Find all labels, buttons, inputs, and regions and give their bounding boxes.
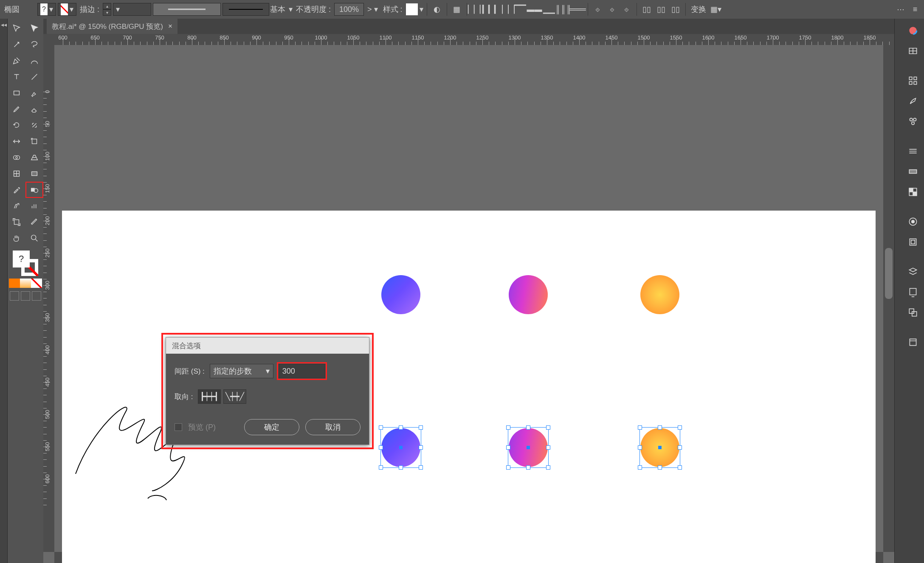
rotate-tool[interactable] [8,117,25,133]
selection-tool[interactable] [8,20,25,37]
asset-export-panel-icon[interactable] [904,284,921,301]
symbol-sprayer-tool[interactable] [8,198,25,214]
gradient-tool[interactable] [25,166,43,182]
line-tool[interactable] [25,69,43,85]
symbols-panel-icon[interactable] [904,113,921,130]
distribute-v-icon[interactable]: ═══ [572,3,584,16]
width-tool[interactable] [8,133,25,149]
svg-rect-26 [911,240,915,244]
swatch-1[interactable] [9,279,20,288]
brush-dropdown[interactable] [223,3,269,16]
zoom-tool[interactable] [25,230,43,246]
canvas[interactable]: 6006507007508008509009501000105011001150… [43,34,894,563]
color-panel-icon[interactable] [904,22,921,39]
draw-behind-icon[interactable] [21,291,30,301]
style-swatch[interactable] [406,3,418,15]
artboards-panel-icon[interactable] [904,304,921,321]
free-transform-tool[interactable] [25,133,43,149]
align-hcenter-icon[interactable]: ▎▎▎ [485,3,498,16]
horizontal-ruler[interactable]: 6006507007508008509009501000105011001150… [54,34,883,45]
overflow-icon[interactable]: ⋯ [894,3,907,16]
align-right-icon[interactable]: ▕▕▕ [499,3,512,16]
draw-normal-icon[interactable] [10,291,19,301]
ok-button[interactable]: 确定 [244,419,299,435]
brushes-panel-icon[interactable] [904,93,921,110]
transparency-panel-icon[interactable] [904,183,921,200]
stroke-panel-icon[interactable] [904,143,921,160]
eraser-tool[interactable] [25,101,43,117]
appearance-panel-icon[interactable] [904,213,921,230]
rectangle-tool[interactable] [8,85,25,101]
lasso-tool[interactable] [25,37,43,53]
align-bottom-icon[interactable]: ▁▁ [543,3,555,16]
isolate-icon-2[interactable]: ▯▯ [655,3,668,16]
hand-tool[interactable] [8,230,25,246]
svg-rect-22 [913,192,917,196]
graphic-styles-panel-icon[interactable] [904,234,921,251]
left-collapse-toggle[interactable]: ◂◂ [0,19,8,563]
stroke-weight-field[interactable]: ▾ [113,3,151,16]
orient-align-to-path-button[interactable]: ╲┿┿╱ [223,389,246,404]
curvature-tool[interactable] [25,53,43,69]
perspective-grid-tool[interactable] [25,149,43,166]
vertical-scrollbar[interactable] [883,45,894,552]
svg-rect-0 [14,91,20,95]
blend-tool[interactable] [25,182,43,198]
orient-align-to-page-button[interactable]: ┣┿┿┫ [198,389,221,404]
swatch-none[interactable] [31,279,42,288]
paintbrush-tool[interactable] [25,85,43,101]
mesh-tool[interactable] [8,166,25,182]
color-guide-panel-icon[interactable] [904,42,921,59]
scale-tool[interactable] [25,117,43,133]
cancel-button[interactable]: 取消 [305,419,361,435]
align-to-artboard-icon[interactable]: ▦ [451,3,463,16]
close-tab-icon[interactable]: × [168,22,172,31]
shape-builder-icon-2[interactable]: ⟐ [606,3,619,16]
stroke-swatch-dropdown[interactable]: ▾ [58,3,76,16]
fill-indicator[interactable]: ? [13,251,30,267]
magic-wand-tool[interactable] [8,37,25,53]
vertical-scrollbar-thumb[interactable] [885,248,893,299]
swatch-2[interactable] [20,279,31,288]
spacing-mode-dropdown[interactable]: 指定的步数 ▾ [210,364,273,378]
fill-swatch-dropdown[interactable]: ? ▾ [37,3,56,16]
type-tool[interactable] [8,69,25,85]
stroke-weight-stepper[interactable]: ▴▾ [103,3,111,16]
libraries-panel-icon[interactable] [904,334,921,351]
pencil-tool[interactable] [8,101,25,117]
artboard-tool[interactable] [8,214,25,230]
slice-tool[interactable] [25,214,43,230]
right-collapse-toggle[interactable] [894,19,902,563]
opacity-field[interactable]: 100% [334,3,364,16]
shape-builder-icon[interactable]: ⟐ [592,3,604,16]
ruler-origin[interactable] [43,34,54,45]
column-graph-tool[interactable] [25,198,43,214]
vertical-ruler[interactable]: 050100150200250300350400450500550600 [43,45,54,552]
align-top-icon[interactable]: ▔▔ [514,3,527,16]
transform-panel-icon[interactable]: ▦▾ [710,3,722,16]
gradient-panel-icon[interactable] [904,163,921,180]
ruler-tick-label: 900 [252,34,261,41]
layers-panel-icon[interactable] [904,263,921,280]
swatches-panel-icon[interactable] [904,72,921,89]
document-area: 教程.ai* @ 150% (RGB/GPU 预览) × 60065070075… [43,19,894,563]
align-left-icon[interactable]: ▏▏▏ [470,3,483,16]
isolate-icon-3[interactable]: ▯▯ [669,3,682,16]
align-vcenter-icon[interactable]: ▬▬ [528,3,541,16]
eyedropper-tool[interactable] [8,182,25,198]
fill-stroke-control[interactable]: ? [13,251,38,276]
shape-builder-tool[interactable] [8,149,25,166]
shape-builder-icon-3[interactable]: ⟐ [620,3,633,16]
panel-menu-icon[interactable]: ≡ [909,3,921,16]
profile-dropdown[interactable]: ━━━━━━━━ [153,3,221,16]
pen-tool[interactable] [8,53,25,69]
draw-inside-icon[interactable] [32,291,41,301]
transform-label[interactable]: 变换 [691,4,706,14]
recolor-artwork-icon[interactable]: ◐ [431,3,443,16]
distribute-h-icon[interactable]: ║║║ [557,3,570,16]
spacing-steps-input[interactable]: 300 [279,364,325,378]
preview-checkbox[interactable] [175,423,182,431]
document-tab[interactable]: 教程.ai* @ 150% (RGB/GPU 预览) × [47,19,177,34]
direct-selection-tool[interactable] [25,20,43,37]
isolate-icon[interactable]: ▯▯ [640,3,653,16]
